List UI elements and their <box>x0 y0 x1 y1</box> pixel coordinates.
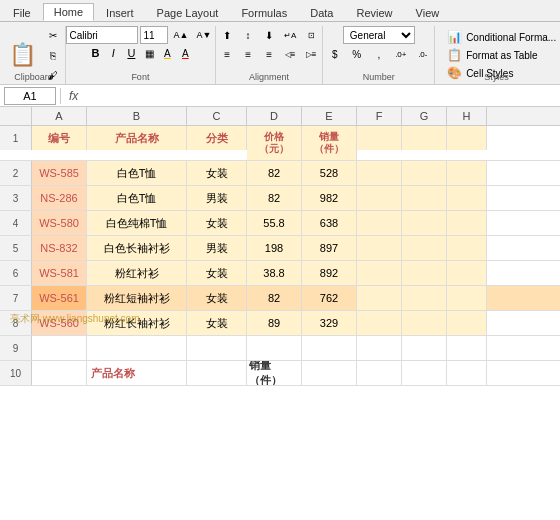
cell-d3[interactable]: 82 <box>247 186 302 210</box>
align-left-button[interactable]: ≡ <box>217 45 237 63</box>
cell-c7[interactable]: 女装 <box>187 286 247 310</box>
col-header-e[interactable]: E <box>302 107 357 125</box>
cell-h6[interactable] <box>447 261 487 285</box>
cell-d6[interactable]: 38.8 <box>247 261 302 285</box>
tab-view[interactable]: View <box>405 4 451 21</box>
cell-c4[interactable]: 女装 <box>187 211 247 235</box>
cell-d1[interactable]: 价格（元） <box>247 126 302 160</box>
number-format-select[interactable]: General Number Currency Percentage <box>343 26 415 44</box>
cell-d5[interactable]: 198 <box>247 236 302 260</box>
cell-g7[interactable] <box>402 286 447 310</box>
cell-h2[interactable] <box>447 161 487 185</box>
align-middle-button[interactable]: ↕ <box>238 26 258 44</box>
percent-button[interactable]: % <box>347 45 367 63</box>
name-box[interactable] <box>4 87 56 105</box>
cell-e6[interactable]: 892 <box>302 261 357 285</box>
increase-decimal-button[interactable]: .0+ <box>391 45 411 63</box>
cut-button[interactable]: ✂ <box>43 26 63 44</box>
cell-a9[interactable] <box>32 336 87 360</box>
cell-f8[interactable] <box>357 311 402 335</box>
cell-f4[interactable] <box>357 211 402 235</box>
cell-g5[interactable] <box>402 236 447 260</box>
cell-b10[interactable]: 产品名称 <box>87 361 187 385</box>
cell-b4[interactable]: 白色纯棉T恤 <box>87 211 187 235</box>
cell-h9[interactable] <box>447 336 487 360</box>
wrap-text-button[interactable]: ↵A <box>280 26 300 44</box>
cell-b5[interactable]: 白色长袖衬衫 <box>87 236 187 260</box>
col-header-f[interactable]: F <box>357 107 402 125</box>
cell-d4[interactable]: 55.8 <box>247 211 302 235</box>
cell-e5[interactable]: 897 <box>302 236 357 260</box>
merge-button[interactable]: ⊡ <box>301 26 321 44</box>
font-color-button[interactable]: A <box>177 45 193 61</box>
tab-home[interactable]: Home <box>43 3 94 21</box>
indent-decrease-button[interactable]: ◁≡ <box>280 45 300 63</box>
cell-g2[interactable] <box>402 161 447 185</box>
cell-c6[interactable]: 女装 <box>187 261 247 285</box>
font-size-input[interactable] <box>140 26 168 44</box>
cell-h4[interactable] <box>447 211 487 235</box>
cell-f1[interactable] <box>357 126 402 150</box>
cell-g6[interactable] <box>402 261 447 285</box>
cell-d8[interactable]: 89 <box>247 311 302 335</box>
format-as-table-button[interactable]: 📋 Format as Table <box>443 46 560 64</box>
cell-e3[interactable]: 982 <box>302 186 357 210</box>
tab-review[interactable]: Review <box>345 4 403 21</box>
cell-h7[interactable] <box>447 286 487 310</box>
align-center-button[interactable]: ≡ <box>238 45 258 63</box>
cell-b6[interactable]: 粉红衬衫 <box>87 261 187 285</box>
tab-data[interactable]: Data <box>299 4 344 21</box>
col-header-h[interactable]: H <box>447 107 487 125</box>
cell-f3[interactable] <box>357 186 402 210</box>
align-top-button[interactable]: ⬆ <box>217 26 237 44</box>
cell-b2[interactable]: 白色T恤 <box>87 161 187 185</box>
cell-f5[interactable] <box>357 236 402 260</box>
comma-button[interactable]: , <box>369 45 389 63</box>
cell-f10[interactable] <box>357 361 402 385</box>
cell-g1[interactable] <box>402 126 447 150</box>
cell-d9[interactable] <box>247 336 302 360</box>
cell-g10[interactable] <box>402 361 447 385</box>
col-header-b[interactable]: B <box>87 107 187 125</box>
cell-c3[interactable]: 男装 <box>187 186 247 210</box>
cell-b1[interactable]: 产品名称 <box>87 126 187 150</box>
cell-d2[interactable]: 82 <box>247 161 302 185</box>
decrease-font-button[interactable]: A▼ <box>193 27 214 43</box>
increase-font-button[interactable]: A▲ <box>170 27 191 43</box>
cell-a3[interactable]: NS-286 <box>32 186 87 210</box>
copy-button[interactable]: ⎘ <box>43 46 63 64</box>
cell-e4[interactable]: 638 <box>302 211 357 235</box>
tab-file[interactable]: File <box>2 4 42 21</box>
cell-g8[interactable] <box>402 311 447 335</box>
align-right-button[interactable]: ≡ <box>259 45 279 63</box>
currency-button[interactable]: $ <box>325 45 345 63</box>
cell-c9[interactable] <box>187 336 247 360</box>
cell-b3[interactable]: 白色T恤 <box>87 186 187 210</box>
cell-e10[interactable] <box>302 361 357 385</box>
cell-e7[interactable]: 762 <box>302 286 357 310</box>
bold-button[interactable]: B <box>87 45 103 61</box>
cell-e2[interactable]: 528 <box>302 161 357 185</box>
col-header-c[interactable]: C <box>187 107 247 125</box>
cell-h1[interactable] <box>447 126 487 150</box>
conditional-format-button[interactable]: 📊 Conditional Forma... <box>443 28 560 46</box>
border-button[interactable]: ▦ <box>141 45 157 61</box>
cell-e1[interactable]: 销量（件） <box>302 126 357 160</box>
cell-c8[interactable]: 女装 <box>187 311 247 335</box>
col-header-d[interactable]: D <box>247 107 302 125</box>
cell-a6[interactable]: WS-581 <box>32 261 87 285</box>
cell-g3[interactable] <box>402 186 447 210</box>
decrease-decimal-button[interactable]: .0- <box>413 45 433 63</box>
cell-c2[interactable]: 女装 <box>187 161 247 185</box>
cell-b9[interactable] <box>87 336 187 360</box>
cell-d10[interactable]: 销量（件） <box>247 361 302 385</box>
font-name-input[interactable] <box>66 26 138 44</box>
indent-increase-button[interactable]: ▷≡ <box>301 45 321 63</box>
cell-a10[interactable] <box>32 361 87 385</box>
cell-a5[interactable]: NS-832 <box>32 236 87 260</box>
cell-f7[interactable] <box>357 286 402 310</box>
cell-g9[interactable] <box>402 336 447 360</box>
tab-insert[interactable]: Insert <box>95 4 145 21</box>
col-header-a[interactable]: A <box>32 107 87 125</box>
cell-c5[interactable]: 男装 <box>187 236 247 260</box>
